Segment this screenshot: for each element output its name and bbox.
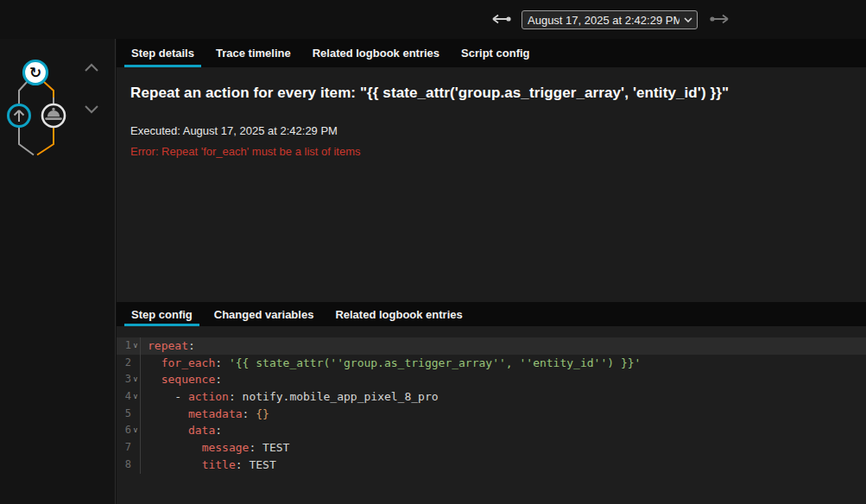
tab-related-logbook-entries[interactable]: Related logbook entries bbox=[306, 39, 446, 67]
line-number: 7 bbox=[125, 439, 131, 457]
graph-node-notify[interactable] bbox=[42, 104, 65, 127]
executed-timestamp: Executed: August 17, 2025 at 2:42:29 PM bbox=[130, 124, 852, 137]
line-gutter: 7 bbox=[117, 439, 141, 457]
bottom-tab-bar: Step configChanged variablesRelated logb… bbox=[117, 302, 866, 326]
line-number: 6 bbox=[125, 422, 131, 439]
error-message: Error: Repeat 'for_each' must be a list … bbox=[130, 145, 852, 158]
main-content: Step detailsTrace timelineRelated logboo… bbox=[117, 39, 866, 504]
code-line: 6v data: bbox=[117, 422, 866, 439]
graph-node-repeat[interactable]: ↻ bbox=[24, 61, 47, 85]
line-gutter: 1v bbox=[117, 337, 141, 355]
previous-run-button[interactable] bbox=[489, 13, 513, 27]
code-text: repeat: bbox=[141, 337, 195, 355]
fold-toggle-icon[interactable]: v bbox=[131, 371, 140, 388]
code-line: 2 for_each: '{{ state_attr(''group.as_tr… bbox=[117, 355, 866, 372]
main-tab-bar: Step detailsTrace timelineRelated logboo… bbox=[117, 39, 866, 67]
code-text: message: TEST bbox=[141, 439, 289, 457]
edge-left-top bbox=[19, 81, 28, 104]
top-bar: August 17, 2025 at 2:42:29 PM bbox=[0, 0, 866, 39]
edge-right-top bbox=[43, 81, 54, 98]
line-gutter: 3v bbox=[117, 371, 141, 388]
tab-step-config[interactable]: Step config bbox=[124, 302, 199, 326]
line-number: 8 bbox=[125, 457, 131, 474]
code-text: sequence: bbox=[141, 371, 222, 388]
previous-node-button[interactable] bbox=[83, 61, 100, 75]
tab-related-logbook-entries[interactable]: Related logbook entries bbox=[328, 302, 469, 326]
line-number: 4 bbox=[125, 388, 131, 406]
chevron-down-icon bbox=[84, 104, 99, 114]
line-gutter: 4v bbox=[117, 388, 141, 406]
dot-arrow-right-icon bbox=[709, 13, 731, 25]
line-number: 3 bbox=[125, 371, 131, 388]
line-gutter: 8 bbox=[117, 457, 141, 474]
code-line: 5 metadata: {} bbox=[117, 406, 866, 423]
tab-changed-variables[interactable]: Changed variables bbox=[207, 302, 321, 326]
repeat-icon: ↻ bbox=[29, 64, 41, 81]
code-line: 8 title: TEST bbox=[117, 457, 866, 474]
arrow-left-dot-icon bbox=[490, 13, 512, 25]
line-number: 2 bbox=[125, 355, 131, 372]
line-number: 5 bbox=[125, 406, 131, 423]
step-details-panel: Repeat an action for every item: "{{ sta… bbox=[117, 67, 866, 302]
edge-right-bottom bbox=[37, 127, 54, 155]
step-title: Repeat an action for every item: "{{ sta… bbox=[130, 85, 852, 102]
line-number: 1 bbox=[125, 337, 131, 355]
tab-trace-timeline[interactable]: Trace timeline bbox=[209, 39, 298, 67]
yaml-code-editor: 1vrepeat:2 for_each: '{{ state_attr(''gr… bbox=[117, 326, 866, 504]
graph-node-up-arrow[interactable] bbox=[9, 105, 30, 127]
tab-step-details[interactable]: Step details bbox=[124, 39, 201, 67]
line-gutter: 6v bbox=[117, 422, 141, 439]
tab-script-config[interactable]: Script config bbox=[454, 39, 536, 67]
line-gutter: 5 bbox=[117, 406, 141, 423]
code-line: 3v sequence: bbox=[117, 371, 866, 388]
code-line: 4v - action: notify.mobile_app_pixel_8_p… bbox=[117, 388, 866, 406]
fold-toggle-icon[interactable]: v bbox=[131, 337, 140, 355]
run-select[interactable]: August 17, 2025 at 2:42:29 PM bbox=[521, 10, 698, 29]
fold-toggle-icon[interactable]: v bbox=[131, 422, 140, 439]
trace-graph-sidebar: ↻ bbox=[0, 39, 116, 504]
code-text: for_each: '{{ state_attr(''group.as_trig… bbox=[141, 355, 641, 372]
line-gutter: 2 bbox=[117, 355, 141, 372]
chevron-up-icon bbox=[84, 63, 99, 72]
next-run-button[interactable] bbox=[708, 13, 732, 27]
code-text: - action: notify.mobile_app_pixel_8_pro bbox=[141, 388, 439, 406]
code-line: 7 message: TEST bbox=[117, 439, 866, 457]
next-node-button[interactable] bbox=[83, 103, 100, 117]
edge-left-bottom bbox=[19, 127, 34, 155]
fold-toggle-icon[interactable]: v bbox=[131, 388, 140, 406]
code-text: metadata: {} bbox=[141, 406, 269, 423]
code-text: title: TEST bbox=[141, 457, 276, 474]
code-text: data: bbox=[141, 422, 222, 439]
code-line: 1vrepeat: bbox=[117, 337, 866, 355]
